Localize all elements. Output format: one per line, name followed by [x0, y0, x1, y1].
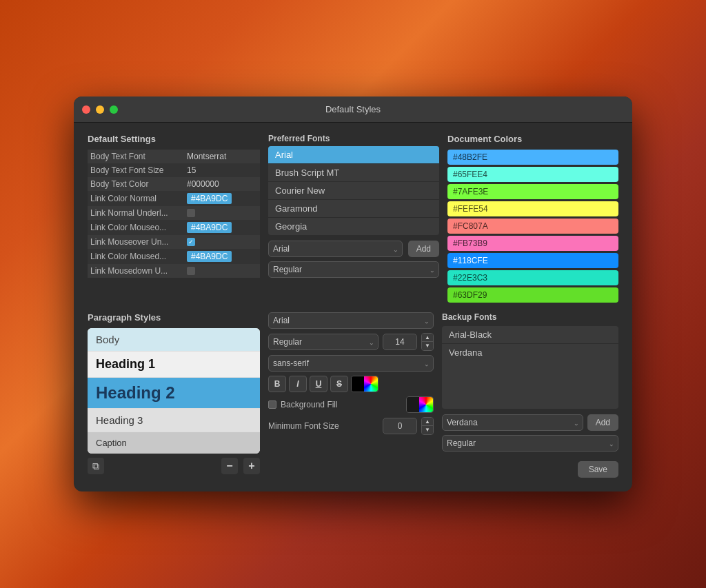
- color-swatch-7[interactable]: #22E3C3: [447, 270, 618, 285]
- duplicate-button[interactable]: ⧉: [88, 458, 104, 474]
- font-size-row: Regular ▲ ▼: [268, 333, 434, 351]
- backup-list: Arial-Black Verdana: [442, 326, 618, 409]
- preferred-font-select[interactable]: Arial: [268, 241, 403, 257]
- background-fill-row: Background Fill: [268, 396, 434, 413]
- backup-style-select[interactable]: Regular: [442, 435, 618, 452]
- add-para-button[interactable]: +: [243, 458, 260, 474]
- backup-font-select-wrapper: Verdana: [442, 414, 583, 431]
- min-font-size-input[interactable]: [383, 418, 417, 434]
- setting-label: Link Color Normal: [88, 191, 184, 206]
- titlebar-buttons: [82, 105, 118, 114]
- color-swatch-1[interactable]: #65FEE4: [447, 167, 618, 182]
- color-swatch-3[interactable]: #FEFE54: [447, 201, 618, 216]
- color-swatch-2[interactable]: #7AFE3E: [447, 184, 618, 199]
- color-wheel-icon[interactable]: [364, 376, 378, 392]
- para-list: Body Heading 1 Heading 2 Heading 3 Capti…: [88, 328, 260, 454]
- backup-item-arial-black[interactable]: Arial-Black: [442, 326, 618, 344]
- setting-label: Body Text Color: [88, 177, 184, 191]
- para-item-heading3[interactable]: Heading 3: [88, 409, 260, 432]
- setting-label: Link Mousedown U...: [88, 264, 184, 278]
- style-select-row: Regular: [268, 261, 439, 278]
- background-fill-checkbox[interactable]: [268, 401, 276, 409]
- backup-controls: Verdana Add: [442, 414, 618, 431]
- top-layout: Default Settings Body Text Font Montserr…: [88, 134, 618, 303]
- backup-font-select[interactable]: Verdana: [442, 414, 583, 431]
- preferred-style-select[interactable]: Regular: [268, 261, 439, 278]
- preferred-style-select-wrapper: Regular: [268, 261, 439, 278]
- font-item-arial[interactable]: Arial: [268, 146, 439, 164]
- remove-button[interactable]: −: [221, 458, 238, 474]
- titlebar: Default Styles: [74, 97, 632, 123]
- preferred-fonts-title: Preferred Fonts: [268, 134, 439, 143]
- bg-color-swatch: [407, 397, 419, 412]
- para-item-body[interactable]: Body: [88, 328, 260, 352]
- bg-color-wheel-icon[interactable]: [419, 397, 433, 412]
- font-size-input[interactable]: [383, 334, 417, 350]
- font-family-select[interactable]: Arial: [268, 312, 434, 329]
- checkbox-empty[interactable]: [187, 209, 195, 217]
- min-font-decrement[interactable]: ▼: [422, 426, 433, 434]
- close-button[interactable]: [82, 105, 90, 114]
- setting-value: #4BA9DC: [184, 249, 260, 264]
- font-item-brushscript[interactable]: Brush Script MT: [268, 164, 439, 182]
- checkbox-empty2[interactable]: [187, 267, 195, 275]
- para-toolbar: ⧉ − +: [88, 458, 260, 474]
- table-row: Link Color Normal #4BA9DC: [88, 191, 260, 206]
- setting-label: Link Mouseover Un...: [88, 235, 184, 249]
- font-size-stepper: ▲ ▼: [421, 333, 434, 351]
- font-family-select-wrapper: Arial: [268, 312, 434, 329]
- font-item-garamond[interactable]: Garamond: [268, 200, 439, 218]
- table-row: Link Color Mouseo... #4BA9DC: [88, 220, 260, 235]
- generic-font-select[interactable]: sans-serif: [268, 355, 434, 372]
- document-colors-title: Document Colors: [447, 134, 618, 144]
- min-font-increment[interactable]: ▲: [422, 418, 433, 426]
- backup-style-select-wrapper: Regular: [442, 435, 618, 452]
- setting-value: #4BA9DC: [184, 191, 260, 206]
- minimize-button[interactable]: [96, 105, 104, 114]
- underline-button[interactable]: U: [310, 376, 327, 392]
- italic-button[interactable]: I: [289, 376, 307, 392]
- table-row: Link Normal Underl...: [88, 206, 260, 220]
- preferred-add-button[interactable]: Add: [408, 241, 439, 257]
- setting-label: Link Color Moused...: [88, 249, 184, 264]
- save-row: Save: [442, 457, 618, 478]
- bold-button[interactable]: B: [268, 376, 286, 392]
- fonts-list: Arial Brush Script MT Courier New Garamo…: [268, 146, 439, 235]
- setting-value: #4BA9DC: [184, 220, 260, 235]
- text-color-swatch: [352, 376, 364, 392]
- backup-item-verdana[interactable]: Verdana: [442, 344, 618, 361]
- bg-color-picker[interactable]: [406, 396, 434, 413]
- font-style-select[interactable]: Regular: [268, 334, 379, 350]
- backup-add-button[interactable]: Add: [587, 414, 618, 431]
- min-font-label: Minimum Font Size: [268, 421, 379, 431]
- font-settings: Arial Regular ▲ ▼: [268, 312, 434, 435]
- checkbox-checked[interactable]: ✓: [187, 238, 195, 246]
- font-size-decrement[interactable]: ▼: [422, 342, 433, 350]
- setting-value: ✓: [184, 235, 260, 249]
- settings-table: Body Text Font Montserrat Body Text Font…: [88, 150, 260, 278]
- table-row: Link Color Moused... #4BA9DC: [88, 249, 260, 264]
- maximize-button[interactable]: [110, 105, 118, 114]
- font-item-couriernew[interactable]: Courier New: [268, 182, 439, 200]
- font-item-georgia[interactable]: Georgia: [268, 218, 439, 235]
- font-size-increment[interactable]: ▲: [422, 334, 433, 342]
- strikethrough-button[interactable]: S: [330, 376, 348, 392]
- document-colors-panel: Document Colors #48B2FE #65FEE4 #7AFE3E …: [447, 134, 618, 303]
- color-swatch-6[interactable]: #118CFE: [447, 253, 618, 268]
- backup-fonts-panel: Backup Fonts Arial-Black Verdana Verdana…: [442, 312, 618, 478]
- save-button[interactable]: Save: [578, 461, 618, 478]
- para-styles-title: Paragraph Styles: [88, 312, 260, 323]
- text-color-picker[interactable]: [351, 376, 379, 392]
- color-swatch-0[interactable]: #48B2FE: [447, 150, 618, 165]
- bottom-layout: Paragraph Styles Body Heading 1 Heading …: [88, 312, 618, 478]
- color-swatch-8[interactable]: #63DF29: [447, 287, 618, 303]
- para-item-heading2[interactable]: Heading 2: [88, 378, 260, 409]
- color-swatch-4[interactable]: #FC807A: [447, 219, 618, 234]
- para-item-heading1[interactable]: Heading 1: [88, 352, 260, 378]
- color-swatch-5[interactable]: #FB73B9: [447, 236, 618, 251]
- font-controls: Arial Add: [268, 241, 439, 257]
- window-title: Default Styles: [325, 104, 381, 114]
- table-row: Link Mousedown U...: [88, 264, 260, 278]
- para-item-caption[interactable]: Caption: [88, 432, 260, 454]
- setting-value: Montserrat: [184, 150, 260, 163]
